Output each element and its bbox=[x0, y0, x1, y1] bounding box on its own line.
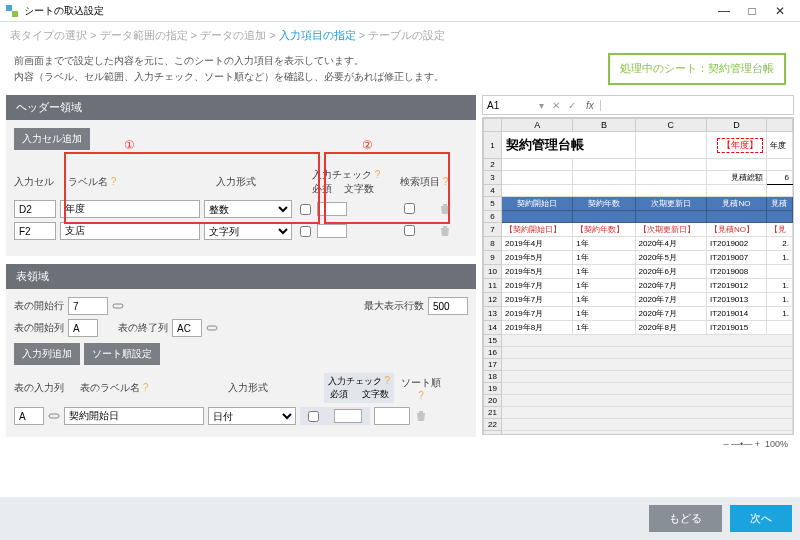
label-input[interactable] bbox=[60, 222, 200, 240]
help-icon[interactable]: ? bbox=[384, 375, 390, 386]
start-row-input[interactable] bbox=[68, 297, 108, 315]
fx-icon[interactable]: fx bbox=[580, 100, 601, 111]
step4-current: 入力項目の指定 bbox=[279, 29, 356, 41]
formula-input[interactable] bbox=[601, 96, 793, 114]
add-input-cell-button[interactable]: 入力セル追加 bbox=[14, 128, 90, 150]
link-icon[interactable] bbox=[206, 322, 218, 334]
step1[interactable]: 表タイプの選択 bbox=[10, 29, 87, 41]
required-checkbox[interactable] bbox=[300, 226, 311, 237]
max-rows-input[interactable] bbox=[428, 297, 468, 315]
dropdown-icon[interactable]: ▾ bbox=[535, 100, 548, 111]
step3[interactable]: データの追加 bbox=[200, 29, 266, 41]
help-icon[interactable]: ? bbox=[143, 382, 149, 393]
spreadsheet-preview[interactable]: ABCD 1契約管理台帳【年度】年度 2 3見積総額6 4 5契約開始日契約年数… bbox=[482, 117, 794, 435]
help-icon[interactable]: ? bbox=[418, 390, 424, 401]
breadcrumb: 表タイプの選択 > データ範囲の指定 > データの追加 > 入力項目の指定 > … bbox=[0, 22, 800, 49]
annotation-2-box bbox=[324, 152, 450, 224]
format-select[interactable]: 文字列 bbox=[204, 222, 292, 240]
chars-input[interactable] bbox=[317, 224, 347, 238]
svg-rect-3 bbox=[207, 326, 217, 330]
formula-bar: ▾ ✕ ✓ fx bbox=[482, 95, 794, 115]
trash-icon[interactable] bbox=[438, 224, 452, 238]
trash-icon[interactable] bbox=[414, 409, 428, 423]
start-col-input[interactable] bbox=[68, 319, 98, 337]
processing-sheet-badge: 処理中のシート：契約管理台帳 bbox=[608, 53, 786, 85]
step2[interactable]: データ範囲の指定 bbox=[100, 29, 188, 41]
table-label-input[interactable] bbox=[64, 407, 204, 425]
year-badge: 【年度】 bbox=[717, 138, 763, 153]
annotation-1-label: ① bbox=[124, 138, 135, 152]
search-checkbox[interactable] bbox=[404, 225, 415, 236]
chars-input[interactable] bbox=[334, 409, 362, 423]
intro-row: 前画面までで設定した内容を元に、このシートの入力項目を表示しています。 内容（ラ… bbox=[0, 49, 800, 95]
link-icon[interactable] bbox=[48, 410, 60, 422]
add-input-col-button[interactable]: 入力列追加 bbox=[14, 343, 80, 365]
zoom-control[interactable]: – —•— + 100% bbox=[482, 435, 794, 453]
svg-rect-1 bbox=[12, 11, 18, 17]
step5[interactable]: テーブルの設定 bbox=[368, 29, 445, 41]
trash-icon[interactable] bbox=[438, 202, 452, 216]
sort-settings-button[interactable]: ソート順設定 bbox=[84, 343, 160, 365]
header-area-body: 入力セル追加 ① ② 入力セル ラベル名 ? 入力形式 入力チェック ? 必須 … bbox=[6, 120, 476, 256]
col-cell: 入力セル bbox=[14, 175, 64, 189]
cell-input[interactable] bbox=[14, 222, 56, 240]
app-logo-icon bbox=[6, 5, 18, 17]
annotation-2-label: ② bbox=[362, 138, 373, 152]
svg-rect-2 bbox=[113, 304, 123, 308]
minimize-button[interactable]: — bbox=[710, 4, 738, 18]
close-button[interactable]: ✕ bbox=[766, 4, 794, 18]
table-area-title: 表領域 bbox=[6, 264, 476, 289]
header-area-title: ヘッダー領域 bbox=[6, 95, 476, 120]
required-checkbox[interactable] bbox=[308, 411, 319, 422]
titlebar: シートの取込設定 — □ ✕ bbox=[0, 0, 800, 22]
cell-input[interactable] bbox=[14, 200, 56, 218]
cell-reference[interactable] bbox=[483, 100, 535, 111]
link-icon[interactable] bbox=[112, 300, 124, 312]
table-format-select[interactable]: 日付 bbox=[208, 407, 296, 425]
footer: もどる 次へ bbox=[0, 497, 800, 540]
intro-text: 前画面までで設定した内容を元に、このシートの入力項目を表示しています。 内容（ラ… bbox=[14, 53, 608, 85]
table-area-body: 表の開始行 最大表示行数 表の開始列 表の終了列 入力列追加 ソート順設定 表の… bbox=[6, 289, 476, 437]
annotation-1-box bbox=[64, 152, 320, 224]
table-col-input[interactable] bbox=[14, 407, 44, 425]
svg-rect-0 bbox=[6, 5, 12, 11]
back-button[interactable]: もどる bbox=[649, 505, 722, 532]
svg-rect-4 bbox=[49, 414, 59, 418]
end-col-input[interactable] bbox=[172, 319, 202, 337]
maximize-button[interactable]: □ bbox=[738, 4, 766, 18]
window-title: シートの取込設定 bbox=[24, 4, 710, 18]
sort-input[interactable] bbox=[374, 407, 410, 425]
next-button[interactable]: 次へ bbox=[730, 505, 792, 532]
